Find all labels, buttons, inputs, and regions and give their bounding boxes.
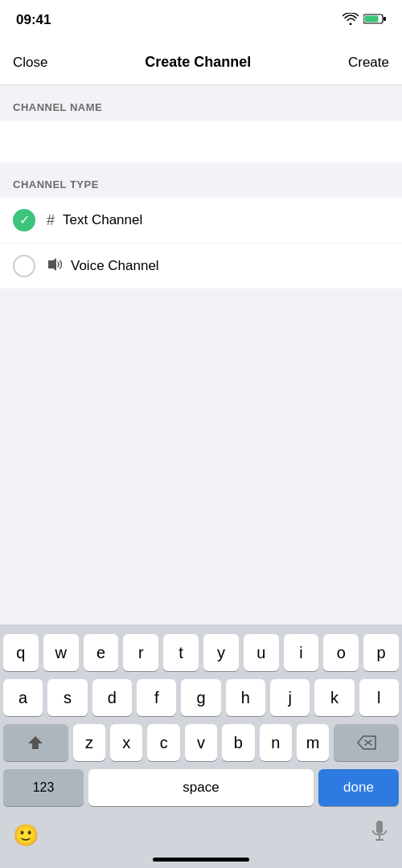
emoji-icon[interactable]: 🙂 — [13, 823, 39, 848]
battery-icon — [363, 13, 386, 28]
voice-channel-icon — [47, 256, 63, 276]
key-p[interactable]: p — [363, 634, 399, 671]
key-r[interactable]: r — [123, 634, 158, 671]
key-j[interactable]: j — [270, 679, 310, 716]
keyboard-bottom-row: 🙂 — [3, 814, 399, 858]
space-key[interactable]: space — [88, 769, 314, 806]
key-o[interactable]: o — [323, 634, 359, 671]
channel-type-label: CHANNEL TYPE — [13, 178, 99, 190]
voice-channel-label: Voice Channel — [71, 258, 159, 274]
key-t[interactable]: t — [163, 634, 199, 671]
create-button[interactable]: Create — [348, 55, 389, 71]
num-key[interactable]: 123 — [3, 769, 84, 806]
key-v[interactable]: v — [185, 724, 217, 761]
channel-name-label: CHANNEL NAME — [13, 101, 102, 113]
svg-marker-4 — [28, 736, 43, 749]
key-u[interactable]: u — [244, 634, 279, 671]
key-w[interactable]: w — [43, 634, 79, 671]
backspace-key[interactable] — [334, 724, 399, 761]
nav-bar: Close Create Channel Create — [0, 40, 402, 85]
shift-key[interactable] — [3, 724, 68, 761]
svg-marker-3 — [48, 258, 56, 271]
svg-rect-7 — [376, 821, 383, 833]
status-icons — [343, 13, 386, 28]
text-channel-option[interactable]: ✓ # Text Channel — [0, 198, 402, 244]
home-indicator — [153, 858, 249, 862]
key-d[interactable]: d — [92, 679, 132, 716]
key-k[interactable]: k — [314, 679, 354, 716]
key-f[interactable]: f — [137, 679, 176, 716]
key-h[interactable]: h — [226, 679, 265, 716]
key-q[interactable]: q — [3, 634, 39, 671]
channel-type-section: ✓ # Text Channel Voice Channel — [0, 198, 402, 289]
svg-rect-1 — [365, 15, 379, 22]
text-channel-radio: ✓ — [13, 209, 35, 231]
key-e[interactable]: e — [84, 634, 119, 671]
key-s[interactable]: s — [47, 679, 87, 716]
keyboard-row-4: 123 space done — [3, 769, 399, 806]
content-area: CHANNEL NAME CHANNEL TYPE ✓ # Text Chann… — [0, 85, 402, 608]
voice-channel-radio — [13, 255, 35, 277]
key-l[interactable]: l — [359, 679, 399, 716]
status-time: 09:41 — [16, 12, 51, 28]
close-button[interactable]: Close — [13, 55, 47, 71]
key-y[interactable]: y — [203, 634, 239, 671]
key-n[interactable]: n — [260, 724, 292, 761]
keyboard-row-2: a s d f g h j k l — [3, 679, 399, 716]
done-key[interactable]: done — [318, 769, 399, 806]
key-z[interactable]: z — [73, 724, 105, 761]
key-a[interactable]: a — [3, 679, 43, 716]
key-g[interactable]: g — [181, 679, 220, 716]
keyboard-row-3: z x c v b n m — [3, 724, 399, 761]
text-channel-icon: # — [47, 212, 55, 229]
wifi-icon — [343, 13, 359, 28]
voice-channel-option[interactable]: Voice Channel — [0, 244, 402, 289]
text-channel-label: Text Channel — [63, 212, 142, 228]
keyboard-row-1: q w e r t y u i o p — [3, 634, 399, 671]
mic-icon[interactable] — [370, 821, 389, 850]
key-m[interactable]: m — [297, 724, 329, 761]
keyboard: q w e r t y u i o p a s d f g h j k l z … — [0, 624, 402, 868]
channel-name-input[interactable] — [13, 121, 389, 162]
channel-name-input-section — [0, 121, 402, 162]
key-x[interactable]: x — [110, 724, 142, 761]
channel-type-section-header: CHANNEL TYPE — [0, 162, 402, 198]
svg-rect-2 — [384, 17, 386, 21]
key-b[interactable]: b — [222, 724, 254, 761]
channel-name-section-header: CHANNEL NAME — [0, 85, 402, 121]
page-title: Create Channel — [145, 54, 251, 71]
key-c[interactable]: c — [147, 724, 179, 761]
checkmark-icon: ✓ — [19, 214, 30, 227]
status-bar: 09:41 — [0, 0, 402, 40]
key-i[interactable]: i — [284, 634, 319, 671]
